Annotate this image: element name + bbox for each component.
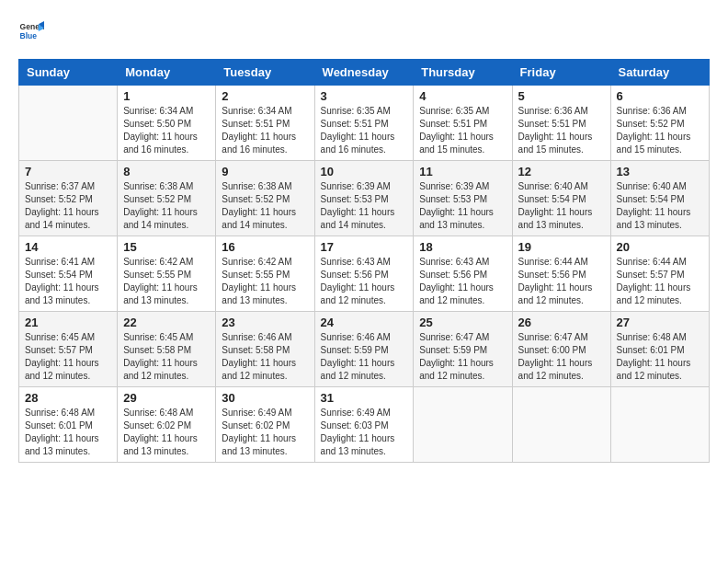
day-info: Sunrise: 6:39 AM Sunset: 5:53 PM Dayligh… [419, 180, 506, 232]
day-number: 16 [222, 240, 308, 254]
calendar-cell: 24Sunrise: 6:46 AM Sunset: 5:59 PM Dayli… [314, 312, 414, 387]
day-number: 6 [617, 89, 703, 103]
day-number: 11 [419, 165, 506, 178]
calendar-cell [512, 387, 610, 463]
day-number: 15 [123, 240, 210, 254]
calendar-cell: 8Sunrise: 6:38 AM Sunset: 5:52 PM Daylig… [118, 161, 216, 236]
day-number: 7 [25, 165, 111, 178]
calendar-cell: 22Sunrise: 6:45 AM Sunset: 5:58 PM Dayli… [118, 312, 216, 387]
day-info: Sunrise: 6:39 AM Sunset: 5:53 PM Dayligh… [321, 180, 408, 232]
day-info: Sunrise: 6:46 AM Sunset: 5:58 PM Dayligh… [222, 331, 308, 383]
col-header-tuesday: Tuesday [216, 60, 314, 86]
calendar-cell: 15Sunrise: 6:42 AM Sunset: 5:55 PM Dayli… [118, 236, 216, 312]
day-number: 4 [419, 89, 506, 103]
day-info: Sunrise: 6:48 AM Sunset: 6:01 PM Dayligh… [617, 331, 703, 383]
day-number: 10 [321, 165, 408, 178]
calendar-cell: 23Sunrise: 6:46 AM Sunset: 5:58 PM Dayli… [216, 312, 314, 387]
day-number: 23 [222, 316, 308, 329]
day-info: Sunrise: 6:35 AM Sunset: 5:51 PM Dayligh… [419, 105, 506, 156]
calendar-cell: 6Sunrise: 6:36 AM Sunset: 5:52 PM Daylig… [610, 86, 709, 161]
day-info: Sunrise: 6:49 AM Sunset: 6:03 PM Dayligh… [321, 407, 408, 458]
calendar-cell: 13Sunrise: 6:40 AM Sunset: 5:54 PM Dayli… [610, 161, 709, 236]
calendar-cell: 1Sunrise: 6:34 AM Sunset: 5:50 PM Daylig… [118, 86, 216, 161]
calendar-cell [610, 387, 709, 463]
calendar-cell: 12Sunrise: 6:40 AM Sunset: 5:54 PM Dayli… [512, 161, 610, 236]
calendar-cell: 17Sunrise: 6:43 AM Sunset: 5:56 PM Dayli… [314, 236, 414, 312]
calendar-cell: 3Sunrise: 6:35 AM Sunset: 5:51 PM Daylig… [314, 86, 414, 161]
calendar-cell: 30Sunrise: 6:49 AM Sunset: 6:02 PM Dayli… [216, 387, 314, 463]
day-info: Sunrise: 6:34 AM Sunset: 5:51 PM Dayligh… [222, 105, 308, 156]
calendar-cell: 16Sunrise: 6:42 AM Sunset: 5:55 PM Dayli… [216, 236, 314, 312]
day-number: 20 [617, 240, 703, 254]
day-info: Sunrise: 6:42 AM Sunset: 5:55 PM Dayligh… [222, 256, 308, 307]
day-info: Sunrise: 6:40 AM Sunset: 5:54 PM Dayligh… [518, 180, 605, 232]
col-header-thursday: Thursday [414, 60, 512, 86]
col-header-friday: Friday [512, 60, 610, 86]
day-number: 1 [123, 89, 210, 103]
day-info: Sunrise: 6:43 AM Sunset: 5:56 PM Dayligh… [321, 256, 408, 307]
calendar-cell: 7Sunrise: 6:37 AM Sunset: 5:52 PM Daylig… [19, 161, 118, 236]
day-number: 8 [123, 165, 210, 178]
day-number: 27 [617, 316, 703, 329]
day-number: 30 [222, 391, 308, 405]
logo: General Blue [18, 18, 48, 44]
calendar-week-row: 1Sunrise: 6:34 AM Sunset: 5:50 PM Daylig… [19, 86, 710, 161]
calendar-cell: 20Sunrise: 6:44 AM Sunset: 5:57 PM Dayli… [610, 236, 709, 312]
calendar-header-row: SundayMondayTuesdayWednesdayThursdayFrid… [19, 60, 710, 86]
day-number: 22 [123, 316, 210, 329]
calendar-cell: 10Sunrise: 6:39 AM Sunset: 5:53 PM Dayli… [314, 161, 414, 236]
day-info: Sunrise: 6:44 AM Sunset: 5:56 PM Dayligh… [518, 256, 605, 307]
day-number: 18 [419, 240, 506, 254]
calendar-cell: 28Sunrise: 6:48 AM Sunset: 6:01 PM Dayli… [19, 387, 118, 463]
day-info: Sunrise: 6:46 AM Sunset: 5:59 PM Dayligh… [321, 331, 408, 383]
day-number: 14 [25, 240, 111, 254]
day-number: 26 [518, 316, 605, 329]
day-info: Sunrise: 6:41 AM Sunset: 5:54 PM Dayligh… [25, 256, 111, 307]
calendar-table: SundayMondayTuesdayWednesdayThursdayFrid… [18, 59, 710, 463]
calendar-cell [414, 387, 512, 463]
day-info: Sunrise: 6:44 AM Sunset: 5:57 PM Dayligh… [617, 256, 703, 307]
day-number: 19 [518, 240, 605, 254]
day-info: Sunrise: 6:48 AM Sunset: 6:01 PM Dayligh… [25, 407, 111, 458]
col-header-monday: Monday [118, 60, 216, 86]
calendar-cell: 29Sunrise: 6:48 AM Sunset: 6:02 PM Dayli… [118, 387, 216, 463]
calendar-cell: 31Sunrise: 6:49 AM Sunset: 6:03 PM Dayli… [314, 387, 414, 463]
calendar-week-row: 21Sunrise: 6:45 AM Sunset: 5:57 PM Dayli… [19, 312, 710, 387]
day-info: Sunrise: 6:35 AM Sunset: 5:51 PM Dayligh… [321, 105, 408, 156]
day-info: Sunrise: 6:49 AM Sunset: 6:02 PM Dayligh… [222, 407, 308, 458]
calendar-cell: 4Sunrise: 6:35 AM Sunset: 5:51 PM Daylig… [414, 86, 512, 161]
logo-icon: General Blue [18, 18, 44, 44]
day-info: Sunrise: 6:36 AM Sunset: 5:51 PM Dayligh… [518, 105, 605, 156]
calendar-cell: 9Sunrise: 6:38 AM Sunset: 5:52 PM Daylig… [216, 161, 314, 236]
calendar-cell: 14Sunrise: 6:41 AM Sunset: 5:54 PM Dayli… [19, 236, 118, 312]
calendar-cell [19, 86, 118, 161]
day-number: 12 [518, 165, 605, 178]
day-number: 5 [518, 89, 605, 103]
day-info: Sunrise: 6:47 AM Sunset: 6:00 PM Dayligh… [518, 331, 605, 383]
day-info: Sunrise: 6:47 AM Sunset: 5:59 PM Dayligh… [419, 331, 506, 383]
day-number: 25 [419, 316, 506, 329]
col-header-sunday: Sunday [19, 60, 118, 86]
day-number: 29 [123, 391, 210, 405]
calendar-cell: 2Sunrise: 6:34 AM Sunset: 5:51 PM Daylig… [216, 86, 314, 161]
day-info: Sunrise: 6:45 AM Sunset: 5:57 PM Dayligh… [25, 331, 111, 383]
calendar-cell: 5Sunrise: 6:36 AM Sunset: 5:51 PM Daylig… [512, 86, 610, 161]
calendar-cell: 27Sunrise: 6:48 AM Sunset: 6:01 PM Dayli… [610, 312, 709, 387]
day-number: 9 [222, 165, 308, 178]
day-number: 13 [617, 165, 703, 178]
day-number: 17 [321, 240, 408, 254]
day-info: Sunrise: 6:40 AM Sunset: 5:54 PM Dayligh… [617, 180, 703, 232]
page-header: General Blue [18, 18, 710, 44]
day-number: 21 [25, 316, 111, 329]
calendar-cell: 18Sunrise: 6:43 AM Sunset: 5:56 PM Dayli… [414, 236, 512, 312]
calendar-cell: 19Sunrise: 6:44 AM Sunset: 5:56 PM Dayli… [512, 236, 610, 312]
day-info: Sunrise: 6:38 AM Sunset: 5:52 PM Dayligh… [222, 180, 308, 232]
col-header-wednesday: Wednesday [314, 60, 414, 86]
calendar-week-row: 14Sunrise: 6:41 AM Sunset: 5:54 PM Dayli… [19, 236, 710, 312]
calendar-cell: 21Sunrise: 6:45 AM Sunset: 5:57 PM Dayli… [19, 312, 118, 387]
day-info: Sunrise: 6:42 AM Sunset: 5:55 PM Dayligh… [123, 256, 210, 307]
calendar-cell: 25Sunrise: 6:47 AM Sunset: 5:59 PM Dayli… [414, 312, 512, 387]
day-number: 2 [222, 89, 308, 103]
day-info: Sunrise: 6:34 AM Sunset: 5:50 PM Dayligh… [123, 105, 210, 156]
calendar-cell: 26Sunrise: 6:47 AM Sunset: 6:00 PM Dayli… [512, 312, 610, 387]
